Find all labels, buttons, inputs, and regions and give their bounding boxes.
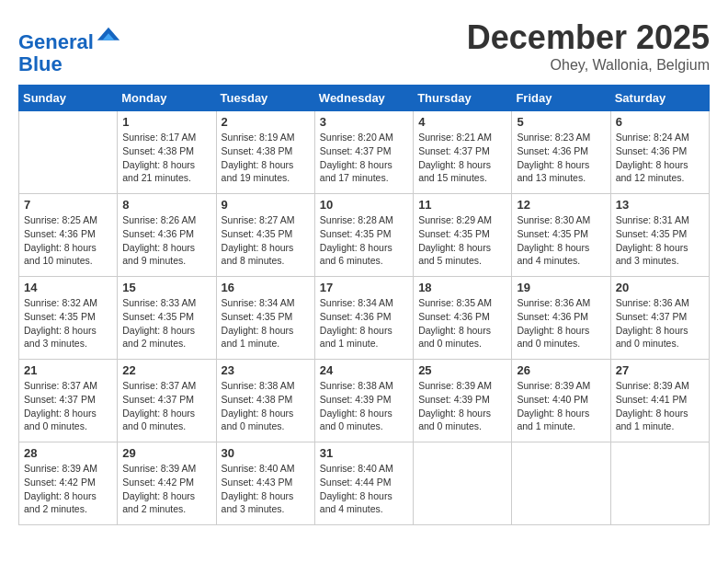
- day-info: Sunrise: 8:28 AM Sunset: 4:35 PM Dayligh…: [320, 213, 408, 268]
- calendar-header-row: SundayMondayTuesdayWednesdayThursdayFrid…: [19, 86, 710, 111]
- calendar-cell: [19, 111, 118, 194]
- day-info: Sunrise: 8:29 AM Sunset: 4:35 PM Dayligh…: [418, 213, 506, 268]
- day-number: 18: [418, 281, 506, 294]
- logo-blue: Blue: [18, 52, 63, 75]
- day-info: Sunrise: 8:39 AM Sunset: 4:40 PM Dayligh…: [517, 379, 605, 433]
- calendar-cell: 7Sunrise: 8:25 AM Sunset: 4:36 PM Daylig…: [19, 194, 118, 277]
- calendar-cell: [610, 442, 709, 525]
- page-header: General Blue December 2025 Ohey, Walloni…: [18, 18, 710, 75]
- calendar-cell: [512, 442, 610, 525]
- day-info: Sunrise: 8:36 AM Sunset: 4:36 PM Dayligh…: [517, 296, 605, 350]
- day-number: 30: [222, 446, 310, 460]
- calendar-cell: 24Sunrise: 8:38 AM Sunset: 4:39 PM Dayli…: [314, 360, 413, 442]
- day-number: 15: [122, 281, 210, 294]
- calendar-cell: 12Sunrise: 8:30 AM Sunset: 4:35 PM Dayli…: [512, 194, 610, 277]
- weekday-header-wednesday: Wednesday: [314, 86, 413, 111]
- day-number: 21: [24, 363, 112, 377]
- calendar-cell: 28Sunrise: 8:39 AM Sunset: 4:42 PM Dayli…: [19, 442, 118, 525]
- day-number: 19: [517, 281, 605, 294]
- day-info: Sunrise: 8:35 AM Sunset: 4:36 PM Dayligh…: [418, 296, 506, 350]
- calendar-cell: [414, 442, 512, 525]
- calendar-week-1: 1Sunrise: 8:17 AM Sunset: 4:38 PM Daylig…: [19, 111, 710, 194]
- calendar-cell: 20Sunrise: 8:36 AM Sunset: 4:37 PM Dayli…: [610, 277, 709, 360]
- calendar-week-2: 7Sunrise: 8:25 AM Sunset: 4:36 PM Daylig…: [19, 194, 710, 277]
- calendar-cell: 25Sunrise: 8:39 AM Sunset: 4:39 PM Dayli…: [414, 360, 512, 442]
- calendar-week-5: 28Sunrise: 8:39 AM Sunset: 4:42 PM Dayli…: [19, 442, 710, 525]
- calendar-cell: 29Sunrise: 8:39 AM Sunset: 4:42 PM Dayli…: [118, 442, 216, 525]
- calendar-cell: 11Sunrise: 8:29 AM Sunset: 4:35 PM Dayli…: [414, 194, 512, 277]
- day-info: Sunrise: 8:26 AM Sunset: 4:36 PM Dayligh…: [122, 213, 210, 268]
- day-number: 29: [122, 446, 210, 460]
- calendar-week-3: 14Sunrise: 8:32 AM Sunset: 4:35 PM Dayli…: [19, 277, 710, 360]
- location: Ohey, Wallonia, Belgium: [467, 57, 710, 74]
- calendar-cell: 15Sunrise: 8:33 AM Sunset: 4:35 PM Dayli…: [118, 277, 216, 360]
- day-info: Sunrise: 8:37 AM Sunset: 4:37 PM Dayligh…: [24, 379, 112, 433]
- day-info: Sunrise: 8:39 AM Sunset: 4:42 PM Dayligh…: [24, 462, 112, 516]
- day-info: Sunrise: 8:32 AM Sunset: 4:35 PM Dayligh…: [24, 296, 112, 350]
- calendar-body: 1Sunrise: 8:17 AM Sunset: 4:38 PM Daylig…: [19, 111, 710, 525]
- logo-icon: [96, 23, 121, 49]
- day-info: Sunrise: 8:27 AM Sunset: 4:35 PM Dayligh…: [222, 213, 310, 268]
- day-number: 13: [616, 198, 704, 212]
- day-number: 1: [122, 115, 210, 129]
- day-number: 27: [616, 363, 704, 377]
- day-info: Sunrise: 8:21 AM Sunset: 4:37 PM Dayligh…: [418, 131, 506, 185]
- weekday-header-saturday: Saturday: [610, 86, 709, 111]
- day-number: 22: [122, 363, 210, 377]
- calendar-cell: 8Sunrise: 8:26 AM Sunset: 4:36 PM Daylig…: [118, 194, 216, 277]
- day-number: 20: [616, 281, 704, 294]
- weekday-header-monday: Monday: [118, 86, 216, 111]
- day-info: Sunrise: 8:24 AM Sunset: 4:36 PM Dayligh…: [616, 131, 704, 185]
- logo: General Blue: [18, 23, 121, 75]
- weekday-header-thursday: Thursday: [414, 86, 512, 111]
- day-info: Sunrise: 8:39 AM Sunset: 4:39 PM Dayligh…: [418, 379, 506, 433]
- day-info: Sunrise: 8:33 AM Sunset: 4:35 PM Dayligh…: [122, 296, 210, 350]
- calendar-cell: 18Sunrise: 8:35 AM Sunset: 4:36 PM Dayli…: [414, 277, 512, 360]
- day-info: Sunrise: 8:38 AM Sunset: 4:38 PM Dayligh…: [222, 379, 310, 433]
- day-number: 4: [418, 115, 506, 129]
- calendar-cell: 14Sunrise: 8:32 AM Sunset: 4:35 PM Dayli…: [19, 277, 118, 360]
- day-info: Sunrise: 8:23 AM Sunset: 4:36 PM Dayligh…: [517, 131, 605, 185]
- calendar-cell: 17Sunrise: 8:34 AM Sunset: 4:36 PM Dayli…: [314, 277, 413, 360]
- day-info: Sunrise: 8:30 AM Sunset: 4:35 PM Dayligh…: [517, 213, 605, 268]
- calendar-cell: 2Sunrise: 8:19 AM Sunset: 4:38 PM Daylig…: [216, 111, 314, 194]
- calendar-cell: 3Sunrise: 8:20 AM Sunset: 4:37 PM Daylig…: [314, 111, 413, 194]
- day-info: Sunrise: 8:37 AM Sunset: 4:37 PM Dayligh…: [122, 379, 210, 433]
- day-info: Sunrise: 8:40 AM Sunset: 4:44 PM Dayligh…: [320, 462, 408, 516]
- calendar-week-4: 21Sunrise: 8:37 AM Sunset: 4:37 PM Dayli…: [19, 360, 710, 442]
- calendar-cell: 5Sunrise: 8:23 AM Sunset: 4:36 PM Daylig…: [512, 111, 610, 194]
- day-number: 28: [24, 446, 112, 460]
- calendar-cell: 27Sunrise: 8:39 AM Sunset: 4:41 PM Dayli…: [610, 360, 709, 442]
- calendar-cell: 19Sunrise: 8:36 AM Sunset: 4:36 PM Dayli…: [512, 277, 610, 360]
- day-info: Sunrise: 8:31 AM Sunset: 4:35 PM Dayligh…: [616, 213, 704, 268]
- day-number: 9: [222, 198, 310, 212]
- day-number: 16: [222, 281, 310, 294]
- day-number: 8: [122, 198, 210, 212]
- weekday-header-tuesday: Tuesday: [216, 86, 314, 111]
- calendar-cell: 1Sunrise: 8:17 AM Sunset: 4:38 PM Daylig…: [118, 111, 216, 194]
- day-number: 6: [616, 115, 704, 129]
- day-info: Sunrise: 8:19 AM Sunset: 4:38 PM Dayligh…: [222, 131, 310, 185]
- day-number: 11: [418, 198, 506, 212]
- day-info: Sunrise: 8:20 AM Sunset: 4:37 PM Dayligh…: [320, 131, 408, 185]
- day-number: 3: [320, 115, 408, 129]
- calendar-cell: 6Sunrise: 8:24 AM Sunset: 4:36 PM Daylig…: [610, 111, 709, 194]
- day-number: 14: [24, 281, 112, 294]
- calendar-cell: 30Sunrise: 8:40 AM Sunset: 4:43 PM Dayli…: [216, 442, 314, 525]
- weekday-header-sunday: Sunday: [19, 86, 118, 111]
- month-title: December 2025: [467, 18, 710, 57]
- day-number: 24: [320, 363, 408, 377]
- calendar-cell: 23Sunrise: 8:38 AM Sunset: 4:38 PM Dayli…: [216, 360, 314, 442]
- day-info: Sunrise: 8:34 AM Sunset: 4:35 PM Dayligh…: [222, 296, 310, 350]
- day-info: Sunrise: 8:39 AM Sunset: 4:42 PM Dayligh…: [122, 462, 210, 516]
- day-info: Sunrise: 8:25 AM Sunset: 4:36 PM Dayligh…: [24, 213, 112, 268]
- calendar-cell: 16Sunrise: 8:34 AM Sunset: 4:35 PM Dayli…: [216, 277, 314, 360]
- calendar-cell: 9Sunrise: 8:27 AM Sunset: 4:35 PM Daylig…: [216, 194, 314, 277]
- day-number: 5: [517, 115, 605, 129]
- calendar-cell: 31Sunrise: 8:40 AM Sunset: 4:44 PM Dayli…: [314, 442, 413, 525]
- day-info: Sunrise: 8:17 AM Sunset: 4:38 PM Dayligh…: [122, 131, 210, 185]
- day-info: Sunrise: 8:40 AM Sunset: 4:43 PM Dayligh…: [222, 462, 310, 516]
- calendar-cell: 13Sunrise: 8:31 AM Sunset: 4:35 PM Dayli…: [610, 194, 709, 277]
- day-number: 25: [418, 363, 506, 377]
- day-info: Sunrise: 8:38 AM Sunset: 4:39 PM Dayligh…: [320, 379, 408, 433]
